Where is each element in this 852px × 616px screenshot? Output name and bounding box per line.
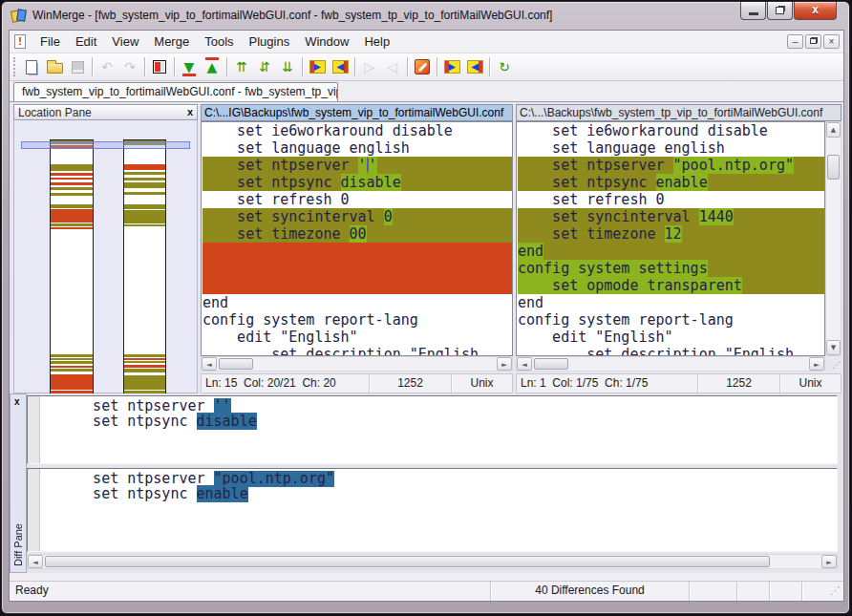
menu-edit[interactable]: Edit: [68, 31, 104, 53]
scroll-down-icon[interactable]: ▼: [826, 340, 841, 355]
menu-window[interactable]: Window: [297, 31, 356, 53]
location-pane-close-icon[interactable]: x: [187, 107, 193, 117]
diff-pane-titlebar[interactable]: x Diff Pane: [10, 393, 27, 573]
redo-button: ↷: [118, 55, 141, 78]
select-line-diff-button[interactable]: [148, 55, 171, 78]
copy-all-left-icon: ◀: [467, 60, 483, 74]
code-line: edit "English": [518, 329, 824, 346]
diff-pane-left-text[interactable]: set ntpserver '' set ntpsync disable: [27, 395, 838, 464]
code-line: set description "English: [518, 346, 824, 356]
diff-pane-hscrollbar[interactable]: ◄ ►: [27, 554, 838, 569]
scroll-left-icon[interactable]: ◄: [517, 357, 532, 371]
previous-difference-button[interactable]: ▲: [201, 55, 224, 78]
undo-button: ↶: [96, 55, 118, 78]
right-hscrollbar[interactable]: ◄ ►: [516, 356, 825, 372]
scrollbar-thumb[interactable]: [534, 358, 568, 370]
tab-file-compare[interactable]: fwb_system_vip_to_fortimailWebGUI.conf -…: [13, 82, 338, 101]
right-vscrollbar[interactable]: ▲ ▼: [825, 121, 841, 356]
mdi-restore-button[interactable]: [805, 34, 821, 49]
left-pane-header[interactable]: C:\...IG\Backups\fwb_system_vip_to_forti…: [201, 104, 513, 121]
winmerge-logo-icon: [11, 8, 28, 25]
menu-help[interactable]: Help: [356, 31, 397, 53]
location-pane-body[interactable]: [13, 120, 198, 393]
undo-icon: ↶: [101, 57, 113, 76]
status-bar: Ready 40 Differences Found ⋰: [10, 581, 843, 601]
refresh-rescan-button[interactable]: ↻: [493, 55, 516, 78]
location-pane: Location Pane x: [13, 104, 198, 393]
last-difference-button[interactable]: ⇊: [276, 55, 299, 78]
right-pane-header[interactable]: C:\...\Backups\fwb_system_tp_vip_to_fort…: [516, 104, 841, 121]
right-code-area[interactable]: set ie6workaround disable set language e…: [516, 121, 825, 356]
location-bar-left[interactable]: [50, 139, 94, 393]
minimize-icon: [749, 12, 758, 15]
copy-right-button[interactable]: ▶: [306, 55, 329, 78]
copy-right-icon: ▶: [309, 60, 326, 74]
next-difference-button[interactable]: ▼: [178, 55, 201, 78]
diff-pane-gutter: [28, 396, 40, 463]
scroll-right-icon[interactable]: ►: [497, 357, 512, 371]
window-title: WinMerge - [fwb_system_vip_to_fortimailW…: [32, 2, 552, 30]
menu-view[interactable]: View: [104, 31, 146, 53]
code-line: set ntpserver '': [202, 157, 512, 174]
redo-icon: ↷: [124, 57, 136, 76]
scroll-left-icon[interactable]: ◄: [28, 555, 43, 568]
diff-pane-right-text[interactable]: set ntpserver "pool.ntp.org" set ntpsync…: [27, 468, 838, 552]
encoding-cell: 1252: [369, 374, 451, 393]
left-hscrollbar[interactable]: ◄ ►: [201, 356, 513, 372]
code-line: set ntpsync disable: [202, 174, 512, 191]
menu-tools[interactable]: Tools: [197, 31, 241, 53]
copy-right-and-advance-button: ▷: [358, 55, 381, 78]
close-button[interactable]: x: [794, 2, 837, 20]
copy-right-and-advance-icon: ▷: [365, 57, 375, 76]
scrollbar-thumb[interactable]: [219, 358, 253, 370]
code-line: set syncinterval 1440: [518, 208, 824, 225]
tab-label: fwb_system_vip_to_fortimailWebGUI.conf -…: [22, 85, 338, 98]
menu-plugins[interactable]: Plugins: [242, 31, 298, 53]
select-line-diff-icon: [153, 60, 166, 74]
current-difference-button[interactable]: ⇵: [253, 55, 276, 78]
options-icon: [415, 59, 430, 74]
copy-all-right-button[interactable]: ▶: [440, 55, 463, 78]
copy-left-button[interactable]: ◀: [329, 55, 351, 78]
code-line: set ntpsync enable: [58, 486, 837, 501]
code-line: set timezone 00: [202, 225, 512, 243]
left-code-area[interactable]: set ie6workaround disable set language e…: [201, 121, 513, 356]
menu-file[interactable]: File: [32, 31, 68, 53]
open-file-button[interactable]: [43, 55, 66, 78]
options-button[interactable]: [411, 55, 434, 78]
work-area: Location Pane x C:\...IG\Backups\fwb_sys…: [10, 102, 843, 393]
restore-button[interactable]: [767, 2, 793, 20]
last-difference-icon: ⇊: [282, 57, 293, 76]
code-line: set ie6workaround disable: [202, 122, 512, 139]
copy-all-left-button[interactable]: ◀: [463, 55, 486, 78]
resize-grip-icon[interactable]: ⋰: [801, 582, 843, 601]
location-pane-header[interactable]: Location Pane x: [13, 104, 198, 120]
menu-merge[interactable]: Merge: [146, 31, 197, 53]
scrollbar-thumb[interactable]: [45, 556, 770, 567]
new-file-button[interactable]: [20, 55, 43, 78]
app-window: WinMerge - [fwb_system_vip_to_fortimailW…: [1, 1, 850, 614]
differences-count: 40 Differences Found: [490, 582, 689, 601]
document-icon[interactable]: !: [14, 34, 26, 49]
scroll-left-icon[interactable]: ◄: [202, 357, 217, 371]
mdi-close-button[interactable]: ×: [823, 34, 840, 49]
new-file-icon: [26, 60, 37, 74]
scroll-right-icon[interactable]: ►: [821, 555, 837, 568]
title-bar[interactable]: WinMerge - [fwb_system_vip_to_fortimailW…: [2, 2, 849, 30]
first-difference-button[interactable]: ⇈: [230, 55, 253, 78]
mdi-minimize-button[interactable]: –: [787, 34, 803, 49]
code-line: set ie6workaround disable: [518, 122, 824, 139]
diff-pane-gutter: [28, 469, 40, 551]
scroll-up-icon[interactable]: ▲: [826, 122, 841, 138]
location-view-band[interactable]: [21, 141, 190, 149]
diff-pane-label: Diff Pane: [12, 523, 24, 566]
scroll-right-icon[interactable]: ►: [809, 357, 824, 371]
minimize-button[interactable]: [740, 2, 766, 20]
menu-bar: ! FileEditViewMergeToolsPluginsWindowHel…: [10, 31, 843, 53]
toolbar-grip[interactable]: [13, 57, 16, 76]
encoding-cell: 1252: [697, 374, 779, 393]
scrollbar-thumb[interactable]: [827, 155, 840, 180]
location-bar-right[interactable]: [123, 139, 166, 393]
diff-pane-close-icon[interactable]: x: [14, 396, 20, 407]
save-icon: [72, 61, 84, 74]
